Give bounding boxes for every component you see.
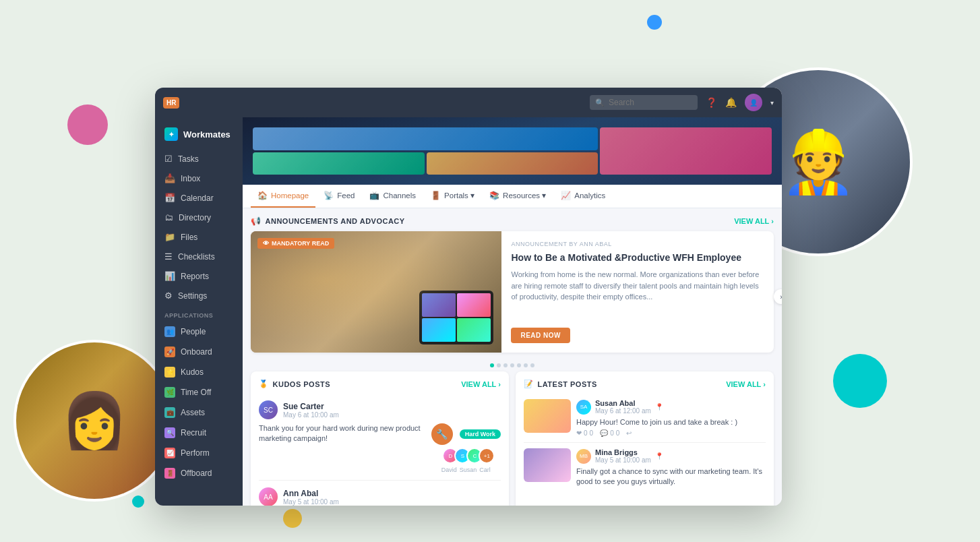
- workmates-nav-item[interactable]: ✦ Workmates: [155, 123, 243, 149]
- tab-resources[interactable]: 📚 Resources ▾: [483, 185, 553, 208]
- kudos-post-2-avatar: AA: [259, 487, 278, 506]
- latest-post-1-location-icon: 📍: [655, 403, 663, 411]
- tab-channels-label: Channels: [383, 191, 416, 200]
- sidebar-item-checklists[interactable]: ☰ Checklists: [155, 247, 243, 266]
- sidebar-item-reports[interactable]: 📊 Reports: [155, 266, 243, 286]
- user-avatar[interactable]: 👤: [745, 94, 762, 111]
- top-bar: HR 🔍 ❓ 🔔 👤 ▾: [155, 88, 782, 117]
- kudos-post-1-avatar: SC: [259, 400, 278, 419]
- kudos-post-1-header: SC Sue Carter May 6 at 10:00 am: [259, 400, 501, 419]
- sidebar-item-timeoff[interactable]: 🌿 Time Off: [155, 382, 243, 402]
- sidebar-item-recruit[interactable]: 🔍 Recruit: [155, 423, 243, 443]
- recruit-app-icon: 🔍: [164, 427, 175, 438]
- comment-action-1[interactable]: 💬 0 0: [600, 429, 619, 437]
- latest-post-1-actions: ❤ 0 0 💬 0 0: [576, 429, 766, 437]
- kudos-app-icon: ⭐: [164, 367, 175, 378]
- dot-3[interactable]: [503, 363, 508, 367]
- announcements-view-all[interactable]: VIEW ALL ›: [734, 217, 774, 225]
- files-icon: 📁: [164, 232, 175, 242]
- kudos-post-1-meta: Sue Carter May 6 at 10:00 am: [283, 402, 339, 419]
- sidebar-item-kudos[interactable]: ⭐ Kudos: [155, 362, 243, 382]
- sidebar-label-directory: Directory: [179, 213, 211, 222]
- search-wrapper: 🔍: [590, 95, 698, 110]
- sidebar-item-inbox[interactable]: 📥 Inbox: [155, 169, 243, 188]
- latest-posts-label: LATEST POSTS: [538, 380, 597, 388]
- read-now-button[interactable]: READ NOW: [511, 328, 570, 343]
- kudos-post-2-header: AA Ann Abal May 5 at 10:00 am: [259, 487, 501, 506]
- hr-badge: HR: [163, 97, 179, 109]
- announcements-view-all-arrow: ›: [771, 217, 774, 225]
- kudos-post-2-meta: Ann Abal May 5 at 10:00 am: [283, 489, 339, 506]
- latest-post-1-content: SA Susan Abal May 6 at 12:00 am 📍 Happy …: [576, 399, 766, 437]
- like-icon-1: ❤: [576, 429, 582, 437]
- notification-icon[interactable]: 🔔: [725, 97, 737, 108]
- latest-post-1-author-info: Susan Abal May 6 at 12:00 am: [595, 399, 651, 415]
- kudos-post-1-text: Thank you for your hard work during new …: [259, 423, 426, 444]
- sidebar-label-files: Files: [181, 233, 197, 242]
- reports-icon: 📊: [164, 271, 175, 281]
- top-bar-icons: ❓ 🔔 👤 ▾: [706, 94, 774, 111]
- tab-analytics-label: Analytics: [574, 191, 605, 200]
- sidebar-item-settings[interactable]: ⚙ Settings: [155, 286, 243, 305]
- kudos-post-1-author: Sue Carter: [283, 402, 339, 411]
- latest-post-1-meta: SA Susan Abal May 6 at 12:00 am 📍: [576, 399, 766, 415]
- like-count-1b: 0: [590, 429, 594, 437]
- tab-portals[interactable]: 🚪 Portals ▾: [424, 185, 481, 208]
- sidebar-item-directory[interactable]: 🗂 Directory: [155, 208, 243, 227]
- share-action-1[interactable]: ↩: [626, 429, 632, 437]
- kudos-badge-1: 🔧: [431, 423, 453, 445]
- recipient-carl: Carl: [479, 466, 491, 473]
- dot-7[interactable]: [530, 363, 534, 367]
- announcements-label: ANNOUNCEMENTS AND ADVOCACY: [266, 217, 405, 225]
- sidebar-section-applications: APPLICATIONS: [155, 305, 243, 322]
- chevron-down-icon[interactable]: ▾: [770, 99, 774, 107]
- sidebar-item-files[interactable]: 📁 Files: [155, 227, 243, 247]
- mini-avatar-plus: +1: [479, 448, 495, 464]
- announcements-view-all-text: VIEW ALL: [734, 217, 769, 225]
- tab-analytics[interactable]: 📈 Analytics: [554, 185, 612, 208]
- announcements-icon: 📢: [251, 216, 262, 226]
- dot-1[interactable]: [490, 363, 494, 367]
- homepage-tab-icon: 🏠: [257, 191, 268, 200]
- hero-banner: [243, 117, 782, 185]
- dot-5[interactable]: [517, 363, 521, 367]
- workmates-label: Workmates: [183, 129, 231, 140]
- latest-post-2-author: Mina Briggs: [595, 448, 651, 456]
- offboard-app-icon: 🚪: [164, 468, 175, 479]
- perform-app-icon: 📈: [164, 448, 175, 458]
- sidebar-label-recruit: Recruit: [181, 428, 206, 438]
- recipient-david: David: [441, 466, 457, 473]
- search-input[interactable]: [590, 95, 698, 110]
- tab-channels[interactable]: 📺 Channels: [363, 185, 423, 208]
- help-icon[interactable]: ❓: [706, 97, 717, 108]
- sidebar-item-perform[interactable]: 📈 Perform: [155, 443, 243, 463]
- sidebar-item-onboard[interactable]: 🚀 Onboard: [155, 342, 243, 362]
- app-window: HR 🔍 ❓ 🔔 👤 ▾ ✦ Workmates ☑ Tasks 📥: [155, 88, 782, 506]
- resources-tab-icon: 📚: [489, 191, 499, 200]
- sidebar-item-people[interactable]: 👥 People: [155, 322, 243, 342]
- kudos-view-all[interactable]: VIEW ALL ›: [461, 380, 501, 388]
- tab-feed-label: Feed: [337, 191, 355, 200]
- dot-2[interactable]: [497, 363, 501, 367]
- latest-post-2-meta: MB Mina Briggs May 5 at 10:00 am 📍: [576, 448, 766, 464]
- portals-tab-icon: 🚪: [431, 191, 441, 200]
- sidebar-item-offboard[interactable]: 🚪 Offboard: [155, 463, 243, 483]
- like-count-1: 0: [584, 429, 588, 437]
- latest-post-2-text: Finally got a chance to sync with our ma…: [576, 466, 766, 486]
- dot-6[interactable]: [524, 363, 528, 367]
- kudos-view-all-arrow: ›: [498, 380, 501, 388]
- tab-feed[interactable]: 📡 Feed: [317, 185, 361, 208]
- like-action-1[interactable]: ❤ 0 0: [576, 429, 593, 437]
- tab-homepage[interactable]: 🏠 Homepage: [251, 185, 315, 208]
- sidebar-label-people: People: [181, 327, 206, 336]
- dot-4[interactable]: [510, 363, 514, 367]
- sidebar-item-calendar[interactable]: 📅 Calendar: [155, 188, 243, 208]
- announcements-section-header: 📢 ANNOUNCEMENTS AND ADVOCACY VIEW ALL ›: [251, 216, 774, 226]
- latest-posts-view-all[interactable]: VIEW ALL ›: [726, 380, 766, 388]
- hero-overlay: [243, 117, 782, 185]
- tab-portals-label: Portals ▾: [444, 191, 474, 200]
- sidebar-item-tasks[interactable]: ☑ Tasks: [155, 149, 243, 169]
- right-panel: 🏠 Homepage 📡 Feed 📺 Channels 🚪 Portals ▾…: [243, 117, 782, 506]
- kudos-card: 🏅 KUDOS POSTS VIEW ALL › SC: [251, 371, 509, 506]
- sidebar-item-assets[interactable]: 💼 Assets: [155, 402, 243, 423]
